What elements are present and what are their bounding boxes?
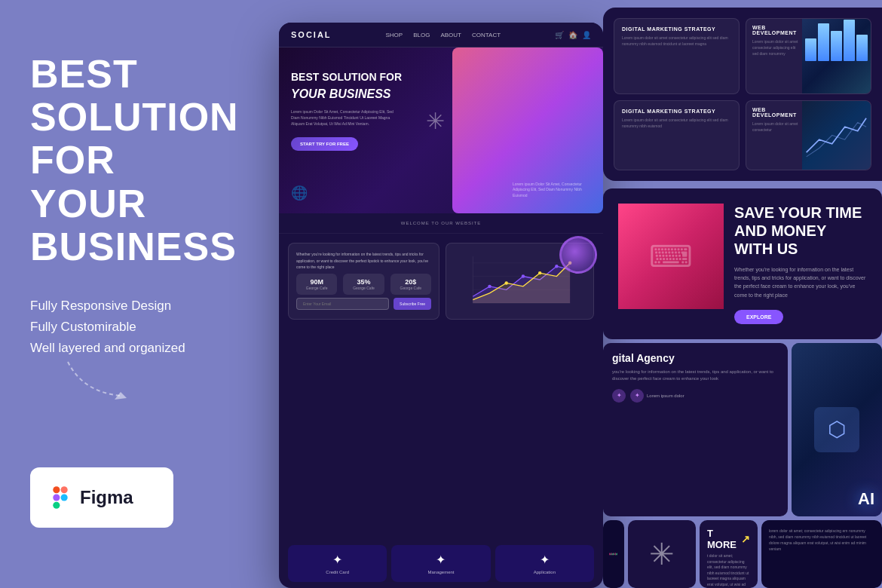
mockup-welcome-text: WELCOME TO OUR WEBSITE: [279, 213, 603, 234]
right-bottom-row-1: gital Agency you're looking for informat…: [603, 343, 882, 516]
mockup-bottom-icons: ✦ Credit Card ✦ Management ✦ Application: [279, 539, 603, 588]
nav-link-contact[interactable]: CONTACT: [472, 32, 501, 38]
center-mockup: SOCIAL SHOP BLOG ABOUT CONTACT 🛒 🏠 👤 BES…: [279, 23, 603, 588]
stat-2-value: 35%: [351, 278, 376, 286]
agency-text: you're looking for information on the la…: [612, 369, 779, 383]
right-card-1: DIGITAL MARKETING STRATEGY Lorem ipsum d…: [614, 18, 740, 94]
right-card-4-image: [802, 101, 871, 170]
nav-link-blog[interactable]: BLOG: [413, 32, 430, 38]
stat-1-value: 90M: [304, 278, 329, 286]
bar-3: [831, 31, 842, 61]
hero-cta-button[interactable]: START TRY FOR FREE: [291, 137, 358, 151]
orb-decoration: [559, 236, 597, 274]
text-card-content: lorem dolor sit amet; consectetur adipis…: [769, 528, 874, 552]
svg-point-14: [522, 274, 525, 277]
service-icon-1: ✦: [612, 389, 626, 403]
mockup-nav-icons: 🛒 🏠 👤: [555, 31, 591, 39]
right-card-4-title: WEB DEVELOPMENT: [752, 107, 803, 118]
more-arrow-icon: ↗: [741, 533, 750, 545]
feature-item-2: Fully Customirable: [30, 320, 286, 335]
mockup-hero: BEST SOLUTION FOR YOUR BUSINESS Lorem ip…: [279, 47, 603, 213]
save-section-content: SAVE YOUR TIME AND MONEY WITH US Whether…: [734, 204, 867, 324]
right-card-2-image: [802, 19, 871, 93]
credit-card-icon: ✦: [294, 553, 381, 567]
nav-link-shop[interactable]: SHOP: [386, 32, 403, 38]
more-text: t dolor sit amet; consectetur adipiscing…: [707, 553, 750, 588]
right-top-cards: DIGITAL MARKETING STRATEGY Lorem ipsum d…: [603, 8, 882, 181]
snowflake-decorative-icon: ✳: [649, 537, 675, 571]
right-card-1-title: DIGITAL MARKETING STRATEGY: [622, 26, 731, 32]
agency-card: gital Agency you're looking for informat…: [603, 343, 788, 516]
mockup-nav-links: SHOP BLOG ABOUT CONTACT: [386, 32, 501, 38]
save-section-image: ⌨: [618, 204, 724, 309]
mockup-chart-card: [446, 243, 594, 320]
svg-rect-19: [609, 553, 610, 555]
bar-5: [856, 35, 868, 61]
management-icon: ✦: [397, 553, 484, 567]
svg-point-5: [61, 494, 68, 501]
svg-rect-24: [613, 553, 614, 555]
mockup-hero-title: BEST SOLUTION FOR: [291, 70, 402, 84]
figma-icon: [48, 485, 72, 510]
service-chip-1: ✦: [612, 389, 626, 403]
figma-badge: Figma: [30, 467, 173, 528]
chart-card-2: [603, 520, 624, 588]
right-card-3-text: Lorem ipsum dolor sit amet consectetur a…: [622, 117, 731, 129]
agency-title: gital Agency: [612, 352, 779, 364]
mockup-stats: 90M George Cafe 35% George Cafe 20$ Geor…: [296, 274, 431, 295]
svg-rect-4: [53, 502, 60, 509]
icon-card-2: ✦ Management: [391, 545, 490, 582]
main-title: BEST SOLUTION FOR YOUR BUSINESS: [30, 53, 286, 268]
mockup-email-row: Subscribe Free: [296, 298, 431, 310]
svg-point-15: [555, 265, 558, 268]
svg-rect-25: [614, 553, 614, 556]
email-input[interactable]: [296, 298, 389, 310]
right-card-2: WEB DEVELOPMENT Lorem ipsum dolor sit am…: [746, 18, 871, 94]
right-cards-grid: DIGITAL MARKETING STRATEGY Lorem ipsum d…: [614, 18, 871, 170]
cart-icon: 🛒: [555, 31, 564, 39]
svg-rect-2: [61, 486, 68, 493]
save-section-title: SAVE YOUR TIME AND MONEY WITH US: [734, 204, 867, 258]
mini-chart-svg: [802, 101, 871, 170]
feature-item-1: Fully Responsive Design: [30, 299, 286, 314]
svg-rect-23: [612, 553, 613, 555]
stat-3: 20$ George Cafe: [390, 274, 431, 295]
right-bottom-row-2: ✳ T MORE ↗ t dolor sit amet; consectetur…: [603, 520, 882, 588]
right-section: DIGITAL MARKETING STRATEGY Lorem ipsum d…: [603, 0, 882, 588]
chart-bars-2: [802, 19, 871, 64]
globe-icon: 🌐: [291, 185, 308, 201]
arrow-decoration: [60, 347, 136, 407]
icon-card-3: ✦ Application: [495, 545, 594, 582]
right-card-4-text: Lorem ipsum dolor sit amet consectetur: [752, 121, 803, 133]
figma-label: Figma: [80, 487, 133, 508]
stat-2-label: George Cafe: [351, 286, 376, 290]
mockup-nav: SOCIAL SHOP BLOG ABOUT CONTACT 🛒 🏠 👤: [279, 23, 603, 47]
left-section: BEST SOLUTION FOR YOUR BUSINESS Fully Re…: [0, 0, 317, 588]
right-bottom-section: gital Agency you're looking for informat…: [603, 343, 882, 588]
svg-rect-27: [615, 553, 616, 555]
text-card: lorem dolor sit amet; consectetur adipis…: [761, 520, 882, 588]
service-chip-text-2: Lorem ipsum dolor: [647, 394, 684, 398]
candlestick-chart: [609, 526, 618, 582]
icon-card-1: ✦ Credit Card: [288, 545, 387, 582]
mockup-hero-desc: Lorem ipsum Dolor Sit Amet, Consectetur …: [291, 109, 397, 127]
svg-rect-3: [53, 494, 60, 501]
right-card-2-text: Lorem ipsum dolor sit amet consectetur a…: [752, 38, 803, 57]
mockup-card-text: Whether you're looking for information o…: [296, 251, 431, 271]
svg-point-13: [488, 285, 491, 288]
explore-button[interactable]: EXPLORE: [734, 310, 783, 324]
subscribe-button[interactable]: Subscribe Free: [394, 298, 431, 310]
mockup-text-card: Whether you're looking for information o…: [288, 243, 439, 320]
svg-point-16: [505, 281, 508, 284]
mockup-globe-text: Lorem ipsum Dolor Sit Amet, Consectetur …: [513, 182, 588, 199]
right-card-3-title: DIGITAL MARKETING STRATEGY: [622, 109, 731, 114]
ai-label: AI: [858, 489, 874, 509]
snowflake-icon: ✳: [426, 108, 445, 134]
keyboard-icon: ⌨: [649, 239, 693, 274]
mockup-content-row1: Whether you're looking for information o…: [288, 243, 594, 320]
mockup-nav-logo: SOCIAL: [291, 30, 332, 39]
agency-services: ✦ ✦ Lorem ipsum dolor: [612, 389, 779, 403]
nav-link-about[interactable]: ABOUT: [440, 32, 461, 38]
ai-card: ⬡ AI: [792, 343, 882, 516]
ai-chip-icon: ⬡: [814, 407, 859, 452]
